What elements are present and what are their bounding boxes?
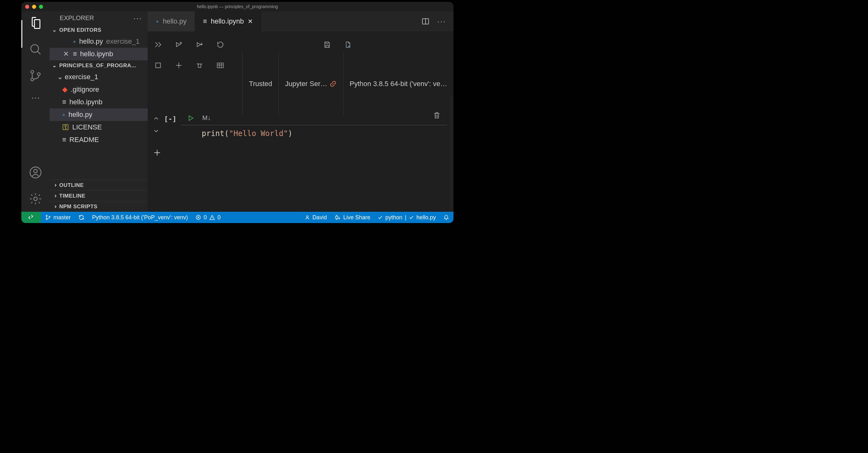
move-down-icon[interactable]: [153, 128, 160, 134]
interpreter-status[interactable]: Python 3.8.5 64-bit ('PoP_venv': venv): [92, 214, 188, 221]
collapse-toggle[interactable]: [-]: [164, 101, 177, 212]
svg-point-2: [31, 78, 34, 81]
user-status[interactable]: David: [305, 214, 327, 221]
run-below-icon[interactable]: [195, 40, 204, 49]
section-label: OUTLINE: [59, 182, 84, 189]
sync-button[interactable]: [78, 214, 85, 221]
svg-point-0: [31, 44, 39, 53]
workspace-label: PRINCIPLES_OF_PROGRA...: [59, 63, 136, 69]
tab-label: hello.py: [163, 17, 187, 26]
close-icon[interactable]: ✕: [62, 50, 70, 58]
variables-icon[interactable]: [216, 61, 224, 69]
open-editors-label: OPEN EDITORS: [59, 27, 101, 33]
problems-status[interactable]: 0 0: [195, 214, 221, 221]
editor-tabs: ⭒ hello.py ≡ hello.ipynb ✕ ···: [148, 11, 454, 31]
editor-area: ⭒ hello.py ≡ hello.ipynb ✕ ···: [148, 11, 454, 212]
section-label: NPM SCRIPTS: [59, 203, 98, 210]
restart-icon[interactable]: [216, 40, 224, 49]
chevron-down-icon: ⌄: [57, 73, 63, 81]
timeline-header[interactable]: ⌄ TIMELINE: [50, 190, 148, 201]
svg-point-11: [46, 218, 48, 220]
notifications-icon[interactable]: [443, 215, 449, 220]
save-icon[interactable]: [323, 40, 331, 49]
file-name: README: [69, 136, 99, 144]
svg-rect-8: [156, 63, 160, 68]
error-count: 0: [204, 214, 207, 221]
file-row[interactable]: ≡ README: [50, 133, 148, 146]
user-label: David: [312, 214, 327, 221]
section-label: TIMELINE: [59, 193, 86, 199]
delete-cell-icon[interactable]: [433, 111, 441, 119]
open-editor-item[interactable]: ⭒ hello.py exercise_1: [50, 35, 148, 48]
window-title: hello.ipynb — principles_of_programming: [21, 4, 454, 9]
outline-header[interactable]: ⌄ OUTLINE: [50, 180, 148, 190]
clear-output-icon[interactable]: [195, 61, 204, 69]
file-name: hello.ipynb: [80, 50, 113, 58]
svg-point-5: [34, 169, 37, 173]
source-control-activity[interactable]: [29, 69, 42, 82]
liveshare-status[interactable]: Live Share: [334, 214, 370, 221]
tab-more-icon[interactable]: ···: [437, 20, 446, 23]
language-status[interactable]: python | hello.py: [378, 214, 436, 221]
markdown-toggle[interactable]: M↓: [203, 115, 211, 122]
chevron-down-icon: ⌄: [52, 62, 57, 69]
remote-button[interactable]: [21, 212, 41, 223]
run-all-icon[interactable]: [154, 40, 162, 49]
scrollbar[interactable]: [449, 97, 454, 212]
open-editors-header[interactable]: ⌄ OPEN EDITORS: [50, 25, 148, 35]
code-string: "Hello World": [229, 129, 288, 138]
file-row[interactable]: ⚿ LICENSE: [50, 121, 148, 133]
tab-hello-py[interactable]: ⭒ hello.py: [148, 11, 195, 31]
chevron-down-icon: ⌄: [52, 27, 57, 33]
activity-active-indicator: [21, 20, 22, 48]
file-row[interactable]: ≡ hello.ipynb: [50, 96, 148, 108]
interrupt-icon[interactable]: [154, 61, 162, 69]
close-icon[interactable]: ✕: [248, 18, 253, 25]
tab-label: hello.ipynb: [211, 17, 244, 26]
open-editor-item[interactable]: ✕ ≡ hello.ipynb: [50, 48, 148, 60]
file-row[interactable]: ◆ .gitignore: [50, 83, 148, 96]
add-cell-below-icon[interactable]: [153, 148, 161, 157]
split-editor-icon[interactable]: [422, 17, 430, 26]
cell-code[interactable]: print("Hello World"): [181, 125, 447, 142]
folder-row[interactable]: ⌄ exercise_1: [50, 71, 148, 83]
svg-rect-9: [217, 63, 223, 68]
file-name: hello.py: [79, 37, 103, 45]
server-label: Jupyter Ser…: [285, 80, 328, 88]
workspace-header[interactable]: ⌄ PRINCIPLES_OF_PROGRA...: [50, 60, 148, 71]
notebook-icon: ≡: [73, 50, 77, 58]
explorer-activity[interactable]: [29, 17, 42, 30]
settings-activity[interactable]: [29, 192, 42, 205]
accounts-activity[interactable]: [29, 166, 42, 179]
titlebar[interactable]: hello.ipynb — principles_of_programming: [21, 2, 454, 11]
code-fn: print: [202, 129, 224, 138]
code-cell[interactable]: M↓ print("Hello World"): [181, 112, 447, 212]
tab-hello-ipynb[interactable]: ≡ hello.ipynb ✕: [195, 11, 261, 31]
activity-bar: ···: [21, 11, 50, 212]
collapsed-sections: ⌄ OUTLINE ⌄ TIMELINE ⌄ NPM SCRIPTS: [50, 180, 148, 212]
export-icon[interactable]: [344, 40, 352, 49]
vscode-window: hello.ipynb — principles_of_programming …: [21, 2, 454, 223]
file-name: .gitignore: [71, 86, 99, 94]
search-activity[interactable]: [29, 43, 42, 56]
link-icon: [329, 80, 337, 88]
svg-point-6: [34, 197, 37, 200]
file-row[interactable]: ⭒ hello.py: [50, 108, 148, 121]
more-activity[interactable]: ···: [31, 96, 40, 99]
chevron-right-icon: ⌄: [51, 194, 58, 198]
move-up-icon[interactable]: [153, 115, 160, 122]
sidebar-more-icon[interactable]: ···: [133, 17, 142, 20]
notebook-icon: ≡: [62, 136, 66, 144]
run-above-icon[interactable]: [175, 40, 183, 49]
file-name: hello.py: [68, 110, 92, 119]
notebook-cells: [-] M↓ print("Hello World"): [148, 96, 454, 212]
run-cell-icon[interactable]: [187, 115, 194, 122]
branch-name: master: [54, 214, 71, 221]
chevron-right-icon: ⌄: [51, 183, 58, 188]
file-name: LICENSE: [72, 123, 102, 131]
git-icon: ◆: [62, 86, 68, 94]
python-icon: ⭒: [62, 110, 65, 119]
add-cell-icon[interactable]: [175, 61, 183, 69]
npm-scripts-header[interactable]: ⌄ NPM SCRIPTS: [50, 201, 148, 212]
git-branch-status[interactable]: master: [45, 214, 71, 221]
